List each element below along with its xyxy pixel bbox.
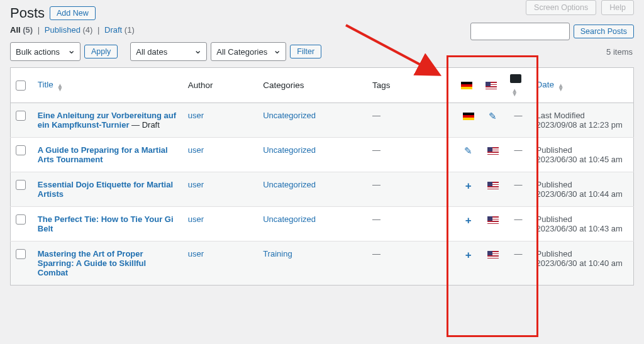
date-status: Published (536, 214, 572, 224)
date-status: Last Modified (536, 111, 585, 120)
comments-count: — (514, 180, 522, 189)
us-flag-icon[interactable] (487, 216, 499, 224)
us-flag-icon[interactable] (487, 182, 499, 189)
col-german-flag[interactable] (456, 68, 480, 103)
col-tags: Tags (367, 68, 456, 103)
post-title-link[interactable]: A Guide to Preparing for a Martial Arts … (38, 145, 168, 164)
category-link[interactable]: Uncategorized (263, 145, 316, 155)
post-title-link[interactable]: Essential Dojo Etiquette for Martial Art… (38, 180, 173, 199)
author-link[interactable]: user (188, 111, 204, 120)
filter-draft[interactable]: Draft (1) (104, 25, 135, 35)
table-row: A Guide to Preparing for a Martial Arts … (11, 138, 634, 172)
help-button[interactable]: Help (601, 0, 634, 15)
post-title-link[interactable]: Mastering the Art of Proper Sparring: A … (38, 249, 146, 277)
date-value: 2023/09/08 at 12:23 pm (536, 120, 623, 130)
page-title: Posts (10, 5, 45, 21)
col-author: Author (183, 68, 258, 103)
tags-value: — (372, 145, 380, 155)
comments-count: — (514, 111, 522, 120)
date-value: 2023/06/30 at 10:43 am (536, 224, 623, 233)
pencil-icon[interactable]: ✎ (464, 145, 472, 156)
tags-value: — (372, 249, 380, 258)
category-link[interactable]: Uncategorized (263, 180, 316, 189)
col-us-flag[interactable] (480, 68, 505, 103)
search-posts-button[interactable]: Search Posts (574, 25, 634, 38)
filter-published[interactable]: Published (4) (45, 25, 93, 35)
author-link[interactable]: user (188, 180, 204, 189)
table-row: The Perfect Tie: How to Tie Your Gi Belt… (11, 207, 634, 241)
col-title[interactable]: Title ▲▼ (33, 68, 183, 103)
comment-icon (510, 74, 521, 83)
row-checkbox[interactable] (16, 214, 26, 225)
sort-icon: ▲▼ (511, 89, 518, 96)
bulk-actions-select[interactable]: Bulk actions (10, 42, 80, 61)
col-date[interactable]: Date ▲▼ (531, 68, 634, 103)
german-flag-icon (461, 82, 472, 89)
plus-icon[interactable]: + (465, 180, 472, 192)
dates-select[interactable]: All dates (130, 42, 207, 61)
table-row: Mastering the Art of Proper Sparring: A … (11, 241, 634, 286)
select-all-checkbox[interactable] (16, 80, 26, 91)
row-checkbox[interactable] (16, 145, 26, 155)
date-value: 2023/06/30 at 10:44 am (536, 189, 623, 199)
screen-options-button[interactable]: Screen Options (526, 0, 596, 15)
author-link[interactable]: user (188, 145, 204, 155)
us-flag-icon (486, 82, 497, 89)
filter-all[interactable]: All (5) (10, 25, 33, 35)
tags-value: — (372, 111, 380, 120)
comments-count: — (514, 249, 522, 258)
category-link[interactable]: Uncategorized (263, 214, 316, 224)
date-status: Published (536, 180, 572, 189)
table-row: Eine Anleitung zur Vorbereitung auf ein … (11, 103, 634, 138)
german-flag-icon[interactable] (463, 113, 474, 120)
post-state: — Draft (129, 120, 159, 130)
col-categories: Categories (258, 68, 367, 103)
author-link[interactable]: user (188, 214, 204, 224)
sort-icon: ▲▼ (57, 84, 64, 91)
comments-count: — (514, 214, 522, 224)
table-row: Essential Dojo Etiquette for Martial Art… (11, 172, 634, 207)
plus-icon[interactable]: + (465, 249, 472, 261)
row-checkbox[interactable] (16, 249, 26, 259)
row-checkbox[interactable] (16, 111, 26, 121)
col-comments[interactable]: ▲▼ (505, 68, 531, 103)
author-link[interactable]: user (188, 249, 204, 258)
add-new-button[interactable]: Add New (50, 6, 96, 20)
date-value: 2023/06/30 at 10:45 am (536, 155, 623, 164)
pencil-icon[interactable]: ✎ (489, 111, 497, 121)
categories-select[interactable]: All Categories (211, 42, 286, 61)
row-checkbox[interactable] (16, 180, 26, 190)
comments-count: — (514, 145, 522, 155)
post-title-link[interactable]: The Perfect Tie: How to Tie Your Gi Belt (38, 214, 174, 233)
posts-table: Title ▲▼ Author Categories Tags ▲▼ Date … (10, 67, 634, 286)
date-status: Published (536, 145, 572, 155)
sort-icon: ▲▼ (558, 84, 564, 91)
search-input[interactable] (470, 23, 570, 40)
us-flag-icon[interactable] (487, 251, 499, 258)
tags-value: — (372, 214, 380, 224)
tags-value: — (372, 180, 380, 189)
filter-button[interactable]: Filter (290, 45, 321, 58)
category-link[interactable]: Training (263, 249, 292, 258)
category-link[interactable]: Uncategorized (263, 111, 316, 120)
us-flag-icon[interactable] (487, 147, 499, 155)
date-status: Published (536, 249, 572, 258)
date-value: 2023/06/30 at 10:40 am (536, 258, 623, 268)
plus-icon[interactable]: + (465, 214, 472, 226)
items-count: 5 items (606, 47, 634, 57)
apply-button[interactable]: Apply (84, 45, 118, 58)
